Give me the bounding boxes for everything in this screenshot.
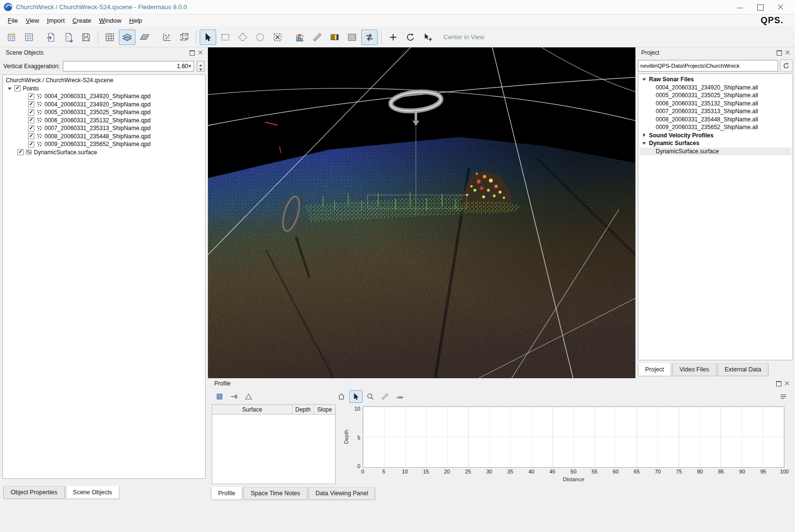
float-panel-icon[interactable] — [189, 50, 195, 56]
profile-triangle-button[interactable] — [242, 390, 255, 403]
point-cloud-button[interactable] — [159, 30, 175, 45]
profile-track-points-button[interactable] — [393, 390, 406, 403]
project-file-item[interactable]: 0009_20060331_235652_ShipName.all — [639, 123, 791, 132]
rect-select-button[interactable] — [217, 30, 234, 45]
expander-open-icon[interactable] — [642, 77, 647, 82]
tree-item-point-file[interactable]: 0006_20060331_235132_ShipName.qpd — [4, 117, 204, 125]
close-panel-icon[interactable] — [784, 381, 790, 386]
tree-item-point-file[interactable]: 0004_20060331_234920_ShipName.qpd — [4, 92, 204, 101]
tree-item-point-file[interactable]: 0008_20060331_235448_ShipName.qpd — [4, 133, 204, 141]
new-scene-button[interactable] — [3, 30, 20, 45]
column-slope[interactable]: Slope — [314, 405, 335, 414]
tab-object-properties[interactable]: Object Properties — [3, 486, 65, 499]
tab-project[interactable]: Project — [638, 363, 671, 376]
profile-home-button[interactable] — [335, 390, 348, 403]
profile-pointer-button[interactable] — [349, 390, 363, 403]
diamond-select-button[interactable] — [235, 30, 251, 45]
import-data-button[interactable] — [43, 30, 59, 45]
close-panel-icon[interactable] — [785, 50, 791, 56]
float-panel-icon[interactable] — [776, 50, 782, 56]
swap-view-button[interactable] — [361, 30, 378, 45]
plot-area[interactable] — [363, 406, 784, 468]
bounding-cube-button[interactable] — [176, 30, 192, 45]
profile-surface-table[interactable]: Surface Depth Slope — [212, 404, 336, 484]
project-file-item[interactable]: 0007_20060331_235313_ShipName.all — [639, 107, 791, 116]
export-data-button[interactable] — [60, 30, 77, 45]
project-file-item[interactable]: 0005_20060331_235025_ShipName.all — [639, 91, 791, 100]
tab-profile[interactable]: Profile — [211, 487, 242, 500]
point-file-checkbox[interactable] — [28, 117, 34, 123]
tree-item-point-file[interactable]: 0009_20060331_235652_ShipName.qpd — [4, 140, 204, 148]
project-refresh-button[interactable] — [780, 59, 793, 72]
tree-item-points-group[interactable]: Points — [4, 85, 204, 93]
surface-checkbox[interactable] — [17, 149, 24, 155]
refresh-button[interactable] — [402, 30, 419, 45]
tab-video-files[interactable]: Video Files — [672, 363, 717, 376]
clear-selection-button[interactable] — [269, 30, 286, 45]
menu-help[interactable]: Help — [125, 15, 146, 26]
expander-open-icon[interactable] — [8, 86, 13, 91]
profile-color-swatch-button[interactable] — [213, 390, 226, 403]
project-file-item[interactable]: 0004_20060331_234920_ShipName.all — [639, 84, 791, 92]
expander-closed-icon[interactable] — [642, 133, 647, 138]
menu-import[interactable]: Import — [43, 15, 69, 26]
column-depth[interactable]: Depth — [293, 405, 314, 414]
tree-root-item[interactable]: ChurchWreck / ChurchWreck-S24.qscene — [4, 76, 204, 85]
select-pointer-button[interactable] — [200, 30, 216, 45]
open-scene-button[interactable] — [21, 30, 37, 45]
tree-item-dynamic-surface[interactable]: DynamicSurface.surface — [4, 148, 204, 157]
stepper-down-icon[interactable] — [197, 66, 204, 71]
shading-grid-button[interactable] — [344, 30, 360, 45]
point-file-checkbox[interactable] — [28, 93, 34, 100]
profile-measure-button[interactable] — [378, 390, 392, 403]
point-file-checkbox[interactable] — [28, 125, 34, 132]
close-button[interactable] — [777, 3, 784, 11]
mesh-view-button[interactable] — [136, 30, 153, 45]
maximize-button[interactable] — [756, 3, 764, 11]
tree-item-point-file[interactable]: 0004_20060331_234920_ShipName.qpd — [4, 101, 204, 109]
stepper-up-icon[interactable] — [197, 61, 204, 66]
add-button[interactable] — [385, 30, 401, 45]
tree-item-point-file[interactable]: 0007_20060331_235313_ShipName.qpd — [4, 124, 204, 133]
points-checkbox[interactable] — [15, 85, 21, 91]
lasso-select-button[interactable] — [252, 30, 268, 45]
colormap-button[interactable] — [326, 30, 343, 45]
project-file-item-selected[interactable]: DynamicSurface.surface — [639, 148, 791, 156]
group-dynamic-surfaces[interactable]: Dynamic Surfaces — [639, 139, 791, 148]
measure-button[interactable] — [309, 30, 325, 45]
point-file-checkbox[interactable] — [28, 101, 34, 107]
save-button[interactable] — [78, 30, 94, 45]
close-panel-icon[interactable] — [198, 50, 204, 56]
project-file-item[interactable]: 0008_20060331_235448_ShipName.all — [639, 116, 791, 124]
tab-external-data[interactable]: External Data — [718, 363, 769, 376]
add-pointer-button[interactable] — [420, 30, 436, 45]
group-sound-velocity-profiles[interactable]: Sound Velocity Profiles — [639, 132, 791, 140]
menu-view[interactable]: View — [22, 15, 43, 26]
tab-data-viewing-panel[interactable]: Data Viewing Panel — [309, 487, 376, 500]
surfaces-view-button[interactable] — [119, 30, 135, 45]
project-file-item[interactable]: 0006_20060331_235132_ShipName.all — [639, 100, 791, 108]
point-file-checkbox[interactable] — [28, 109, 34, 116]
point-file-checkbox[interactable] — [28, 141, 34, 148]
profile-zoom-button[interactable] — [364, 390, 377, 403]
tab-scene-objects[interactable]: Scene Objects — [66, 486, 119, 499]
group-raw-sonar-files[interactable]: Raw Sonar Files — [639, 75, 791, 84]
menu-create[interactable]: Create — [69, 15, 95, 26]
point-file-checkbox[interactable] — [28, 133, 34, 139]
table-view-button[interactable] — [102, 30, 118, 45]
tab-space-time-notes[interactable]: Space Time Notes — [243, 487, 307, 500]
profile-line-width-button[interactable] — [227, 390, 241, 403]
menu-window[interactable]: Window — [95, 15, 125, 26]
menu-file[interactable]: File — [4, 15, 22, 26]
3d-viewport[interactable] — [208, 47, 635, 378]
histogram-button[interactable] — [292, 30, 308, 45]
vertical-exaggeration-input[interactable] — [63, 61, 194, 72]
expander-open-icon[interactable] — [642, 141, 647, 146]
column-surface[interactable]: Surface — [212, 405, 293, 414]
minimize-button[interactable] — [736, 3, 744, 11]
profile-chart-menu-button[interactable] — [777, 390, 790, 403]
project-path-input[interactable] — [638, 60, 778, 72]
tree-item-point-file[interactable]: 0005_20060331_235025_ShipName.qpd — [4, 108, 204, 117]
float-panel-icon[interactable] — [776, 381, 781, 386]
vertical-exaggeration-stepper[interactable] — [197, 61, 205, 72]
